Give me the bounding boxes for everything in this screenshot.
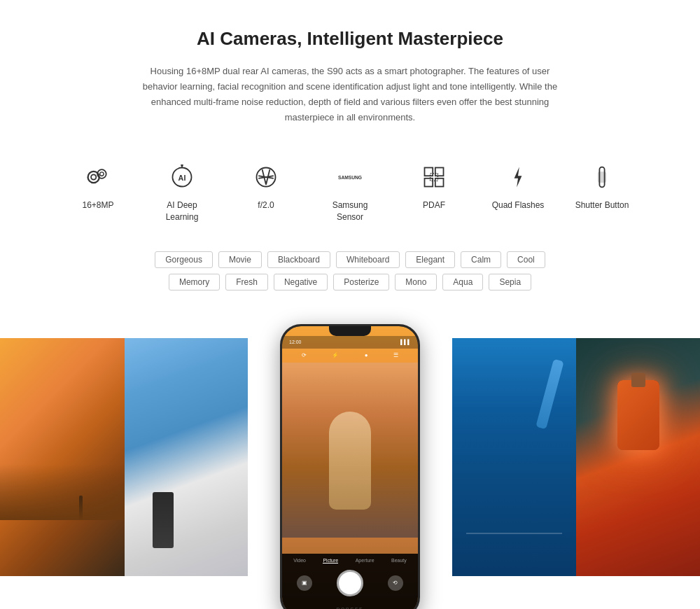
snow-background [125,338,248,576]
feature-samsung: SAMSUNG Samsung Sensor [318,160,382,223]
quad-flash-icon [501,160,535,194]
phone-container: 12:00 ▌▌▌ ⟳ ⚡ ● ☰ [248,317,452,609]
images-section: 12:00 ▌▌▌ ⟳ ⚡ ● ☰ [0,310,700,604]
filter-mono[interactable]: Mono [395,274,437,290]
tab-picture[interactable]: Picture [323,558,338,564]
feature-pdaf: PDAF [402,160,465,211]
features-row: 16+8MP AI AI Deep Learning [0,139,700,237]
svg-text:SAMSUNG: SAMSUNG [338,175,362,180]
filter-posterize[interactable]: Posterize [333,274,389,290]
phone-screen: 12:00 ▌▌▌ ⟳ ⚡ ● ☰ [282,326,418,609]
svg-rect-21 [598,172,606,182]
feature-samsung-label: Samsung Sensor [318,200,382,223]
filter-row-2: Memory Fresh Negative Posterize Mono Aqu… [84,274,616,290]
svg-rect-15 [435,168,444,176]
desert-background [0,338,125,576]
shutter-icon [585,160,619,194]
header-section: AI Cameras, Intelligent Masterpiece Hous… [0,0,700,139]
svg-rect-14 [425,168,433,176]
page-wrapper: AI Cameras, Intelligent Masterpiece Hous… [0,0,700,609]
lantern-background [576,338,700,576]
filter-movie[interactable]: Movie [218,251,262,268]
phone-notch [329,326,371,336]
svg-point-3 [100,172,104,176]
filter-memory[interactable]: Memory [169,274,220,290]
page-description: Housing 16+8MP dual rear AI cameras, the… [133,64,567,125]
tab-beauty[interactable]: Beauty [391,558,407,564]
filter-sepia[interactable]: Sepia [489,274,531,290]
svg-rect-17 [435,178,444,187]
filters-section: Gorgeous Movie Blackboard Whiteboard Ele… [0,237,700,310]
capture-button[interactable] [337,570,363,596]
aperture-icon [249,160,283,194]
snow-image [125,338,248,576]
samsung-icon: SAMSUNG [333,160,367,194]
feature-megapixel: 16+8MP [66,160,130,211]
filter-fresh[interactable]: Fresh [225,274,268,290]
feature-aperture-label: f/2.0 [258,200,274,211]
feature-shutter-label: Shutter Button [575,200,629,211]
feature-ai: AI AI Deep Learning [150,160,214,223]
feature-pdaf-label: PDAF [423,200,445,211]
underwater-background [452,338,576,576]
filter-aqua[interactable]: Aqua [442,274,483,290]
pdaf-icon [417,160,451,194]
feature-aperture: f/2.0 [234,160,298,211]
feature-quad-label: Quad Flashes [492,200,545,211]
camera-dual-icon [81,160,115,194]
phone-mockup: 12:00 ▌▌▌ ⟳ ⚡ ● ☰ [280,324,420,609]
svg-marker-19 [514,167,522,188]
tab-aperture[interactable]: Aperture [356,558,374,564]
svg-point-1 [91,175,96,180]
filter-calm[interactable]: Calm [461,251,501,268]
page-title: AI Cameras, Intelligent Masterpiece [70,28,630,50]
lantern-image [576,338,700,576]
flip-button[interactable]: ⟲ [388,575,403,591]
svg-text:AI: AI [178,174,186,182]
filter-gorgeous[interactable]: Gorgeous [155,251,213,268]
tab-video[interactable]: Video [293,558,306,564]
filter-blackboard[interactable]: Blackboard [267,251,330,268]
gallery-button[interactable]: ▣ [297,575,312,591]
feature-shutter: Shutter Button [570,160,634,211]
filter-cool[interactable]: Cool [507,251,545,268]
feature-ai-label: AI Deep Learning [150,200,214,223]
filter-elegant[interactable]: Elegant [405,251,455,268]
svg-point-7 [181,164,183,167]
feature-megapixel-label: 16+8MP [82,200,113,211]
svg-rect-18 [430,174,438,181]
ai-icon: AI [165,160,199,194]
filter-whiteboard[interactable]: Whiteboard [336,251,400,268]
filter-negative[interactable]: Negative [274,274,328,290]
filter-row-1: Gorgeous Movie Blackboard Whiteboard Ele… [84,251,616,268]
feature-quad: Quad Flashes [486,160,550,211]
svg-rect-16 [425,178,433,187]
desert-image [0,338,125,576]
underwater-image [452,338,576,576]
